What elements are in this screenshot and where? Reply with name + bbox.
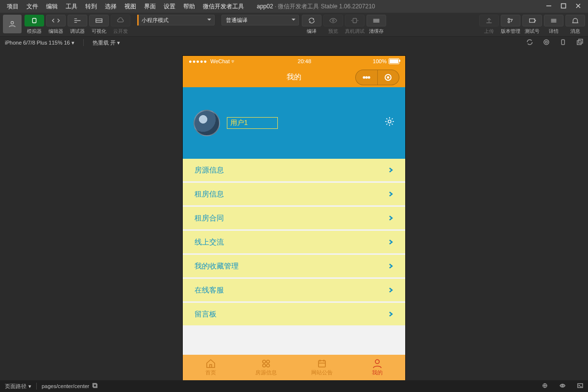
chevron-right-icon xyxy=(388,190,393,198)
window-title: app02 · 微信开发者工具 Stable 1.06.2207210 xyxy=(257,2,375,11)
clear-cache-button[interactable] xyxy=(367,15,386,26)
compile-select[interactable]: 普通编译 xyxy=(221,15,299,25)
record-icon[interactable] xyxy=(543,39,550,47)
popout-icon[interactable] xyxy=(576,39,583,47)
message-button[interactable] xyxy=(565,15,585,26)
detail-label: 详情 xyxy=(549,28,559,35)
menu-file[interactable]: 文件 xyxy=(23,2,42,11)
window-minimize-icon[interactable] xyxy=(546,3,552,10)
wifi-icon: ᯤ xyxy=(231,58,236,64)
capsule-close-icon[interactable] xyxy=(378,70,399,85)
list-item[interactable]: 租房信息 xyxy=(183,183,405,205)
page-navbar: 我的 xyxy=(183,67,405,87)
status-time: 20:48 xyxy=(236,58,373,64)
version-label: 版本管理 xyxy=(501,28,520,35)
menu-select[interactable]: 选择 xyxy=(101,2,121,11)
editor-label: 编辑器 xyxy=(49,28,63,35)
debugger-toggle[interactable] xyxy=(68,15,87,26)
account-avatar[interactable] xyxy=(3,15,22,33)
window-maximize-icon[interactable] xyxy=(561,3,566,10)
chevron-right-icon xyxy=(388,238,393,246)
user-avatar[interactable] xyxy=(194,110,220,136)
refresh-icon[interactable] xyxy=(526,39,533,47)
compile-button[interactable] xyxy=(302,15,321,26)
remote-debug-button[interactable] xyxy=(345,15,365,26)
svg-point-15 xyxy=(366,76,367,78)
svg-rect-24 xyxy=(318,361,325,367)
version-button[interactable] xyxy=(501,15,520,26)
cloud-toggle[interactable] xyxy=(111,15,130,26)
menu-wechat-devtools[interactable]: 微信开发者工具 xyxy=(199,2,248,11)
svg-point-16 xyxy=(368,76,369,78)
tab-mine[interactable]: 我的 xyxy=(350,355,406,380)
list-item[interactable]: 租房合同 xyxy=(183,207,405,229)
list-item[interactable]: 我的收藏管理 xyxy=(183,255,405,277)
svg-point-29 xyxy=(562,385,564,387)
copy-path-icon[interactable] xyxy=(89,383,98,390)
username-field[interactable]: 用户1 xyxy=(227,117,278,129)
tab-announce[interactable]: 网站公告 xyxy=(294,355,350,380)
compile-label: 编译 xyxy=(307,28,317,35)
eye-icon[interactable] xyxy=(557,383,565,390)
hot-reload-toggle[interactable]: 热重载 开 ▾ xyxy=(93,39,120,47)
menu-settings[interactable]: 设置 xyxy=(160,2,179,11)
battery-indicator: 100% xyxy=(373,58,399,64)
svg-point-7 xyxy=(508,21,510,23)
menu-help[interactable]: 帮助 xyxy=(179,2,199,11)
svg-point-19 xyxy=(388,120,391,123)
list-item[interactable]: 在线客服 xyxy=(183,279,405,301)
page-path-label: 页面路径 xyxy=(5,383,26,390)
menu-view[interactable]: 视图 xyxy=(121,2,140,11)
svg-point-21 xyxy=(267,360,270,363)
svg-point-23 xyxy=(267,364,270,367)
chevron-right-icon xyxy=(388,214,393,222)
menu-list: 房源信息 租房信息 租房合同 线上交流 我的收藏管理 在线客服 留言板 xyxy=(183,159,405,325)
list-item[interactable]: 房源信息 xyxy=(183,159,405,181)
simulator-label: 模拟器 xyxy=(27,28,42,35)
svg-point-25 xyxy=(375,360,379,364)
page-path-value: pages/center/center xyxy=(42,383,89,389)
menu-ui[interactable]: 界面 xyxy=(140,2,160,11)
svg-point-18 xyxy=(387,76,390,79)
visual-toggle[interactable] xyxy=(89,15,109,26)
svg-rect-2 xyxy=(32,19,36,23)
bug-icon[interactable] xyxy=(539,383,548,390)
debugger-label: 调试器 xyxy=(70,28,85,35)
preview-button[interactable] xyxy=(323,15,343,26)
editor-toggle[interactable] xyxy=(46,15,66,26)
list-item[interactable]: 留言板 xyxy=(183,303,405,325)
detail-button[interactable] xyxy=(544,15,564,26)
menu-project[interactable]: 项目 xyxy=(3,2,23,11)
window-close-icon[interactable] xyxy=(575,3,581,10)
svg-point-9 xyxy=(544,40,549,45)
settings-icon[interactable] xyxy=(385,117,394,128)
mode-select[interactable]: 小程序模式 xyxy=(137,15,215,25)
simulator-toggle[interactable] xyxy=(24,15,44,26)
chevron-right-icon xyxy=(388,166,393,174)
tab-home[interactable]: 首页 xyxy=(183,355,239,380)
upload-label: 上传 xyxy=(484,28,494,35)
svg-rect-5 xyxy=(353,19,356,23)
terminal-icon[interactable] xyxy=(574,383,583,390)
list-item[interactable]: 线上交流 xyxy=(183,231,405,253)
menu-edit[interactable]: 编辑 xyxy=(42,2,62,11)
tab-listings[interactable]: 房源信息 xyxy=(239,355,294,380)
device-frame-icon[interactable] xyxy=(560,39,566,47)
menu-bar: 项目 文件 编辑 工具 转到 选择 视图 界面 设置 帮助 微信开发者工具 ap… xyxy=(0,0,588,13)
svg-point-14 xyxy=(363,76,365,78)
carrier-label: WeChat xyxy=(210,58,230,64)
upload-button[interactable] xyxy=(479,15,499,26)
svg-point-4 xyxy=(332,20,334,22)
capsule-menu-icon[interactable] xyxy=(356,70,378,85)
device-select[interactable]: iPhone 6/7/8 Plus 115% 16 ▾ xyxy=(5,40,74,46)
svg-rect-12 xyxy=(577,41,581,45)
svg-point-20 xyxy=(263,360,266,363)
tab-bar: 首页 房源信息 网站公告 我的 xyxy=(183,355,405,380)
menu-goto[interactable]: 转到 xyxy=(81,2,101,11)
testid-button[interactable] xyxy=(522,15,542,26)
cloud-label: 云开发 xyxy=(113,28,128,35)
chevron-right-icon xyxy=(388,310,393,318)
svg-rect-0 xyxy=(562,3,566,8)
simulator-viewport: ●●●●● WeChat ᯤ 20:48 100% 我的 用户1 房源信息 租房… xyxy=(183,56,405,380)
menu-tools[interactable]: 工具 xyxy=(62,2,81,11)
